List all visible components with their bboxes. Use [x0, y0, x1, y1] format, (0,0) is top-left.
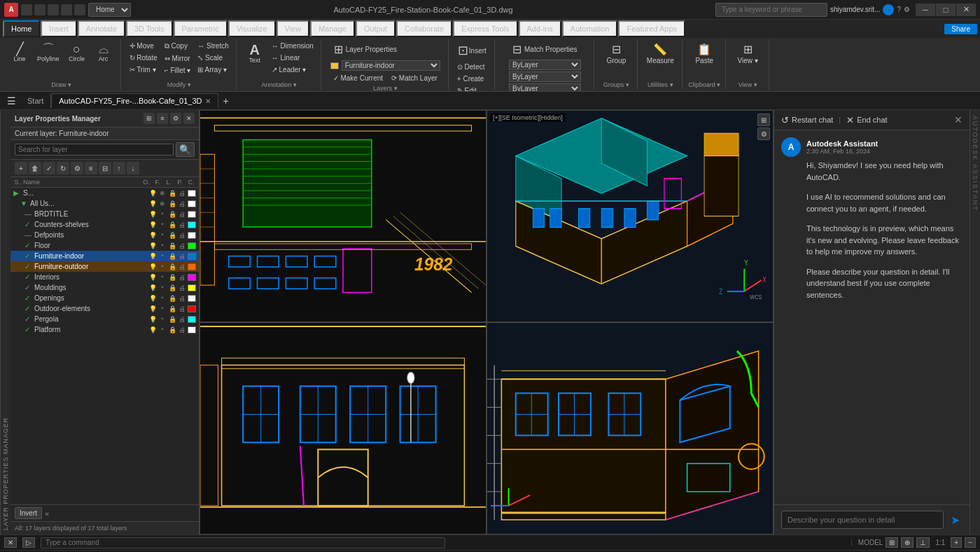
zoom-in-button[interactable]: +	[951, 537, 962, 548]
sidebar-panel-label[interactable]: LAYER PROPERTIES MANAGER	[0, 110, 10, 534]
ai-send-button[interactable]: ➤	[948, 512, 962, 528]
tab-home[interactable]: Home	[3, 20, 40, 37]
doc-tab-close[interactable]: ✕	[205, 97, 211, 105]
move-button[interactable]: ✛ Move	[127, 41, 160, 51]
maximize-button[interactable]: □	[936, 4, 955, 16]
tab-express-tools[interactable]: Express Tools	[453, 20, 517, 37]
viewport-bottom-left[interactable]	[200, 322, 486, 534]
search-input[interactable]	[715, 3, 827, 17]
snap-button[interactable]: ⊕	[901, 537, 913, 548]
circle-button[interactable]: ○ Circle	[64, 41, 90, 65]
hamburger-button[interactable]: ☰	[3, 94, 20, 108]
panel-icon-2[interactable]: ≡	[157, 113, 168, 124]
layer-settings-button[interactable]: ⚙	[71, 162, 83, 174]
layer-counters-shelves[interactable]: ✓ Counters-shelves 💡*🔒🖨	[10, 219, 199, 230]
ai-side-panel-label[interactable]: AUTODESK ASSISTANT	[969, 110, 980, 534]
status-command-button[interactable]: ▷	[22, 537, 35, 548]
measure-button[interactable]: 📏 Measure	[643, 41, 678, 67]
copy-button[interactable]: ⧉ Copy	[162, 41, 194, 52]
new-tab-button[interactable]: +	[218, 94, 232, 108]
rotate-button[interactable]: ↻ Rotate	[127, 53, 160, 63]
line-button[interactable]: ╱ Line	[7, 41, 32, 65]
save-icon[interactable]	[48, 4, 59, 15]
redo-icon[interactable]	[74, 4, 85, 15]
command-input[interactable]	[41, 537, 445, 548]
layer-pergola[interactable]: ✓ Pergola 💡*🔒🖨	[10, 314, 199, 324]
panel-close-icon[interactable]: ✕	[183, 113, 195, 124]
status-cancel-button[interactable]: ✕	[4, 537, 17, 548]
linear-button[interactable]: ↔ Linear	[269, 53, 316, 63]
detect-button[interactable]: ⊙ Detect	[454, 62, 488, 72]
insert-button[interactable]: ⊡ Insert	[454, 41, 490, 60]
layer-delete-button[interactable]: 🗑	[29, 162, 41, 174]
layer-defpoints[interactable]: — Defpoints 💡*🔒🖨	[10, 230, 199, 240]
layer-outdoor-elements[interactable]: ✓ Outdoor-elements 💡*🔒🖨	[10, 303, 199, 314]
minimize-button[interactable]: ─	[916, 4, 935, 16]
panel-settings-icon[interactable]: ⚙	[170, 113, 181, 124]
zoom-out-button[interactable]: −	[965, 537, 976, 548]
group-button[interactable]: ⊟ Group	[603, 41, 629, 67]
array-button[interactable]: ⊞ Array ▾	[195, 64, 231, 75]
trim-button[interactable]: ✂ Trim ▾	[127, 64, 160, 75]
fillet-button[interactable]: ⌐ Fillet ▾	[162, 65, 194, 76]
layer-furniture-outdoor[interactable]: ✓ Furniture-outdoor 💡*🔒🖨	[10, 261, 199, 272]
create-block-button[interactable]: + Create	[454, 74, 487, 84]
dimension-button[interactable]: ↔ Dimension	[269, 41, 316, 51]
bylayer-color-dropdown[interactable]: ByLayer	[509, 60, 581, 70]
mirror-button[interactable]: ⇔ Mirror	[162, 53, 194, 64]
layer-tool-5[interactable]: ≡	[85, 162, 97, 174]
match-properties-button[interactable]: ⊟ Match Properties	[509, 41, 581, 58]
tab-featured-apps[interactable]: Featured Apps	[618, 20, 685, 37]
tab-parametric[interactable]: Parametric	[174, 20, 227, 37]
bylayer-lineweight-dropdown[interactable]: ByLayer	[509, 83, 581, 91]
match-layer-button[interactable]: ⟳ Match Layer	[388, 73, 440, 83]
layer-new-button[interactable]: +	[15, 162, 27, 174]
layer-check-button[interactable]: ✓	[43, 162, 55, 174]
start-tab[interactable]: Start	[20, 94, 51, 108]
settings-icon[interactable]: ⚙	[904, 6, 910, 13]
grid-button[interactable]: ⊞	[886, 537, 898, 548]
tab-add-ins[interactable]: Add-ins	[519, 20, 561, 37]
vp-tr-maximize[interactable]: ⊞	[757, 113, 770, 126]
restart-chat-button[interactable]: ↺ Restart chat	[781, 115, 833, 125]
workspace-selector[interactable]: Home	[88, 3, 131, 17]
paste-button[interactable]: 📋 Paste	[692, 41, 717, 67]
panel-icon-1[interactable]: ⊞	[144, 113, 155, 124]
layer-openings[interactable]: ✓ Openings 💡*🔒🖨	[10, 293, 199, 303]
invert-button[interactable]: Invert	[15, 507, 42, 519]
layer-tool-6[interactable]: ⊟	[99, 162, 111, 174]
view-standard-button[interactable]: ⊞ View ▾	[734, 41, 762, 67]
tab-visualize[interactable]: Visualize	[228, 20, 276, 37]
tab-output[interactable]: Output	[356, 20, 396, 37]
bylayer-linetype-dropdown[interactable]: ByLayer	[509, 71, 581, 82]
layer-floor[interactable]: ✓ Floor 💡*🔒🖨	[10, 240, 199, 251]
end-chat-button[interactable]: ✕ End chat	[846, 115, 887, 125]
stretch-button[interactable]: ↔ Stretch	[195, 41, 231, 51]
layer-dropdown[interactable]: Furniture-indoor	[342, 60, 440, 71]
tab-annotate[interactable]: Annotate	[78, 20, 125, 37]
tab-collaborate[interactable]: Collaborate	[396, 20, 452, 37]
help-icon[interactable]: ?	[897, 6, 901, 13]
arc-button[interactable]: ⌓ Arc	[91, 41, 116, 65]
layer-tool-8[interactable]: ↓	[127, 162, 139, 174]
share-button[interactable]: Share	[944, 24, 977, 34]
doc-tab-active[interactable]: AutoCAD-FY25_Fire-...Book-Cafe_01_3D ✕	[51, 93, 218, 108]
viewport-top-right[interactable]: [+][SE Isometric][Hidden] ⊞ ⚙	[486, 110, 774, 322]
layer-tree-all[interactable]: ▼ All Us... 💡 ❄ 🔒 🖨	[10, 198, 199, 209]
tab-insert[interactable]: Insert	[41, 20, 77, 37]
undo-icon[interactable]	[61, 4, 72, 15]
tab-automation[interactable]: Automation	[562, 20, 618, 37]
layer-mouldings[interactable]: ✓ Mouldings 💡*🔒🖨	[10, 282, 199, 293]
tab-3d-tools[interactable]: 3D Tools	[126, 20, 173, 37]
close-button[interactable]: ✕	[956, 4, 976, 16]
layer-interiors[interactable]: ✓ Interiors 💡*🔒🖨	[10, 272, 199, 282]
leader-button[interactable]: ↗ Leader ▾	[269, 64, 316, 75]
layer-furniture-indoor[interactable]: ✓ Furniture-indoor 💡*🔒🖨	[10, 251, 199, 261]
tab-manage[interactable]: Manage	[310, 20, 355, 37]
viewport-bottom-right[interactable]	[486, 322, 774, 534]
open-icon[interactable]	[34, 4, 46, 15]
ortho-button[interactable]: ⊥	[916, 537, 930, 548]
viewport-top-left[interactable]: 1982	[200, 110, 486, 322]
make-current-button[interactable]: ✓ Make Current	[330, 73, 386, 83]
layer-properties-button[interactable]: ⊞ Layer Properties	[330, 41, 400, 58]
